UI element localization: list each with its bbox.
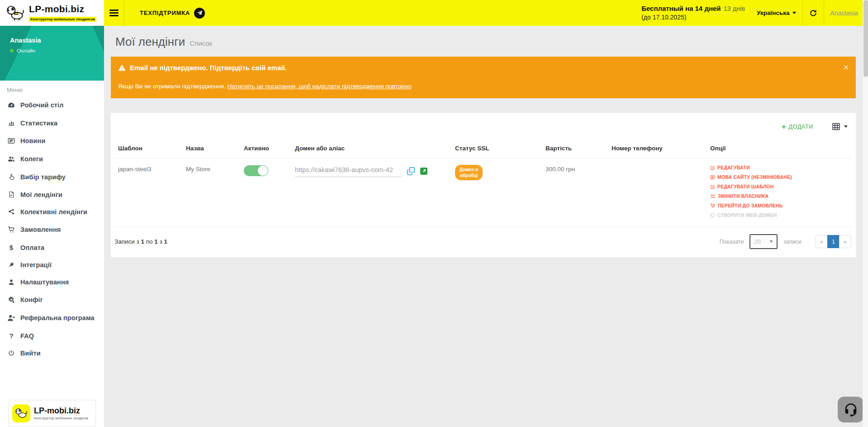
sidebar-username: Anastasia (10, 37, 104, 44)
row-name: My Store (186, 166, 210, 173)
pagination-prev-button[interactable]: « (816, 235, 828, 248)
topbar: LP-mobi.biz Конструктор мобильных лендин… (0, 0, 868, 26)
edit-icon (710, 165, 715, 170)
cart-icon (710, 203, 716, 208)
question-icon: ? (7, 332, 16, 340)
chevron-down-icon (769, 240, 773, 243)
sidebar-item-faq[interactable]: ? FAQ (0, 327, 104, 345)
topbar-divider (802, 0, 803, 26)
brand-title: LP-mobi.biz (29, 4, 84, 14)
panel-toolbar: + ДОДАТИ (114, 118, 852, 142)
col-header-price: Вартість (545, 142, 612, 158)
col-header-template: Шаблон (114, 142, 186, 158)
dog-logo-icon (12, 404, 30, 422)
sidebar-item-logout[interactable]: Вийти (0, 345, 104, 362)
page-subtitle: Список (190, 39, 212, 47)
sidebar: Anastasia Онлайн Меню Робочий стіл Стати… (0, 26, 104, 427)
support-link[interactable]: ТЕХПІДТРИМКА (124, 0, 214, 26)
brand-tagline: Конструктор мобильных лендингов (29, 17, 96, 22)
page-scrollbar[interactable] (863, 0, 868, 427)
close-icon[interactable]: × (844, 63, 849, 72)
main-content: Мої лендінги Список Email не підтверджен… (104, 26, 868, 427)
brand-logo-box[interactable]: LP-mobi.biz Конструктор мобильных лендин… (0, 0, 104, 26)
table-row: japan-steel3 My Store (114, 158, 852, 227)
col-header-active: Активно (244, 142, 295, 158)
option-change-owner[interactable]: ЗМІНИТИ ВЛАСНИКА (710, 193, 849, 199)
records-info: Записи з 1 по 1 з 1 (114, 238, 167, 245)
alert-text: Якщо Ви не отримали підтвердження. (118, 83, 228, 90)
landings-table: Шаблон Назва Активно Домен або аліас Ста… (114, 142, 852, 227)
user-icon (7, 278, 16, 286)
row-options: РЕДАГУВАТИ МОВА САЙТУ (НЕЗМІНЮВАНЕ) РЕДА… (710, 165, 849, 218)
online-status-dot (10, 49, 14, 53)
sidebar-item-colleagues[interactable]: Колеги (0, 150, 104, 168)
sidebar-item-collective-landings[interactable]: Колективні лендінги (0, 203, 104, 221)
bar-chart-icon (7, 119, 16, 127)
landings-panel: + ДОДАТИ Шаблон Назва Активно (111, 113, 856, 257)
option-go-to-orders[interactable]: ПЕРЕЙТИ ДО ЗАМОВЛЕНЬ (710, 203, 849, 208)
gears-icon (7, 296, 16, 304)
chevron-down-icon (792, 12, 796, 14)
sidebar-item-news[interactable]: Новини (0, 132, 104, 150)
sidebar-item-integrations[interactable]: Інтеграції (0, 256, 104, 273)
share-icon (7, 208, 16, 216)
sidebar-user-panel: Anastasia Онлайн (0, 26, 104, 81)
telegram-icon (194, 8, 205, 19)
external-link-icon (420, 168, 427, 175)
sidebar-item-settings[interactable]: Налаштування (0, 273, 104, 291)
pagination: « 1 » (816, 235, 851, 248)
dog-logo-icon (5, 5, 25, 22)
language-select[interactable]: Українська (757, 10, 796, 16)
sidebar-item-orders[interactable]: Замовлення (0, 221, 104, 239)
sidebar-toggle-button[interactable] (104, 0, 124, 26)
records-label: записи (783, 239, 802, 245)
language-label: Українська (757, 10, 789, 16)
table-footer: Записи з 1 по 1 з 1 Показати 20 записи «… (114, 227, 852, 257)
domain-input[interactable] (295, 165, 402, 177)
option-edit-template[interactable]: РЕДАГУВАТИ ШАБЛОН (710, 184, 849, 189)
sidebar-menu: Робочий стіл Статистика Новини Колеги Ви… (0, 96, 104, 362)
headset-icon (843, 402, 859, 418)
copy-domain-button[interactable] (407, 167, 415, 175)
sidebar-brand-card[interactable]: LP-mobi.biz Конструктор мобільних лендін… (8, 400, 96, 427)
grid-icon (832, 123, 840, 130)
trial-until: (до 17.10.2025) (641, 13, 745, 22)
sidebar-item-payment[interactable]: $ Оплата (0, 239, 104, 256)
footer-brand-tagline: Конструктор мобільних лендінгів (34, 416, 88, 420)
sidebar-item-my-landings[interactable]: Мої лендінги (0, 186, 104, 203)
col-header-name: Назва (186, 142, 244, 158)
page-size-select[interactable]: 20 (749, 234, 778, 249)
col-header-ssl: Статус SSL (455, 142, 545, 158)
plus-icon: + (782, 123, 786, 130)
edit-icon (710, 184, 715, 189)
user-menu[interactable]: Anastasia (830, 10, 858, 17)
open-domain-button[interactable] (420, 168, 427, 175)
support-label: ТЕХПІДТРИМКА (140, 10, 190, 16)
newspaper-icon (7, 137, 16, 145)
sidebar-item-statistics[interactable]: Статистика (0, 114, 104, 132)
sidebar-item-referral[interactable]: Реферальна програма (0, 309, 104, 327)
add-landing-button[interactable]: + ДОДАТИ (782, 123, 813, 130)
row-template: japan-steel3 (118, 166, 152, 173)
copy-icon (407, 167, 415, 175)
option-create-web-domain: СТВОРИТИ WEB-ДОМЕН (710, 212, 849, 218)
sidebar-item-tariff[interactable]: Вибір тарифу (0, 168, 104, 186)
refresh-button[interactable] (809, 9, 817, 17)
pagination-next-button[interactable]: » (839, 235, 851, 248)
active-toggle[interactable] (244, 165, 268, 176)
scrollbar-thumb[interactable] (863, 0, 868, 77)
dollar-icon: $ (7, 244, 16, 251)
option-edit[interactable]: РЕДАГУВАТИ (710, 165, 849, 170)
chevron-down-icon (844, 125, 848, 128)
language-icon (710, 175, 715, 180)
column-view-dropdown[interactable] (832, 123, 848, 130)
resend-confirmation-link[interactable]: Натисніть це посилання, щоб надіслати пі… (228, 83, 412, 90)
support-chat-button[interactable] (838, 397, 863, 422)
option-site-language[interactable]: МОВА САЙТУ (НЕЗМІНЮВАНЕ) (710, 174, 849, 180)
pagination-page-1-button[interactable]: 1 (827, 235, 840, 248)
topbar-divider (824, 0, 824, 26)
sidebar-item-dashboard[interactable]: Робочий стіл (0, 96, 104, 114)
dashboard-icon (7, 101, 16, 109)
exchange-icon (710, 194, 716, 199)
sidebar-item-config[interactable]: Конфіг (0, 291, 104, 309)
